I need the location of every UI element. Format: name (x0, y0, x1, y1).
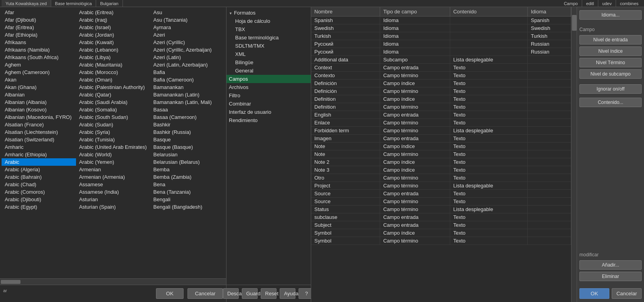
table-row[interactable]: SwedishIdiomaSwedish (311, 24, 571, 32)
lang-item[interactable]: Afar (Eritrea) (2, 24, 76, 31)
lang-item[interactable]: Afrikaans (South Africa) (2, 54, 76, 61)
lang-item[interactable]: Aymara (150, 24, 225, 31)
lang-item[interactable]: Arabic (Libya) (76, 54, 150, 61)
tab-editl[interactable]: editl (582, 0, 598, 7)
tab-campo[interactable]: Campo (560, 0, 582, 7)
lang-item[interactable]: Amharic (Ethiopia) (2, 151, 76, 158)
lang-item[interactable]: Bena (Tanzania) (150, 188, 225, 196)
table-row[interactable]: SymbolCampo términoTexto (311, 237, 571, 245)
lang-item[interactable]: Asturian (Spain) (76, 203, 150, 211)
lang-item[interactable]: Bemba (150, 166, 225, 173)
lang-item[interactable]: Basque (150, 136, 225, 143)
lang-item[interactable]: Arabic (Palestinian Authority) (76, 83, 150, 91)
lang-item[interactable]: Arabic (Lebanon) (76, 46, 150, 54)
table-row[interactable]: StatusCampo términoLista desplegable (311, 206, 571, 213)
lang-item[interactable]: Arabic (Iraq) (76, 16, 150, 24)
lang-item[interactable]: Arabic (Tunisia) (76, 136, 150, 143)
lang-item[interactable]: Afrikaans (Namibia) (2, 46, 76, 54)
format-item[interactable]: Hoja de cálculo (226, 17, 311, 25)
table-row[interactable]: subclauseCampo entradaTexto (311, 213, 571, 221)
lang-item[interactable]: Albanian (Kosovo) (2, 106, 76, 113)
lang-item[interactable]: Arabic (Yemen) (76, 158, 150, 166)
table-row[interactable]: SpanishIdiomaSpanish (311, 17, 571, 24)
nivel-termino-button[interactable]: Nivel Término (579, 58, 642, 67)
lang-item[interactable]: Azeri (Latin) (150, 54, 225, 61)
format-item[interactable]: Rendimiento (226, 116, 311, 124)
table-row[interactable]: DefiniciónCampo términoTexto (311, 87, 571, 95)
lang-item[interactable]: Bafia (Cameroon) (150, 76, 225, 83)
format-btn-ayuda[interactable]: Ayuda (280, 288, 295, 299)
table-row[interactable]: SymbolCampo índiceTexto (311, 229, 571, 237)
lang-item[interactable]: Bashkir (Russia) (150, 128, 225, 136)
lang-item[interactable]: Alsatian (Switzerland) (2, 136, 76, 143)
table-row[interactable]: DefinitionCampo términoTexto (311, 103, 571, 111)
lang-item[interactable]: Albanian (2, 91, 76, 98)
format-btn-reset[interactable]: Reset (261, 288, 277, 299)
horizontal-scrollbar[interactable] (0, 278, 226, 285)
right-ok-button[interactable]: OK (579, 288, 609, 299)
lang-item[interactable]: Bengali (150, 196, 225, 203)
lang-item[interactable]: Belarusian (150, 151, 225, 158)
table-row[interactable]: РусскийIdiomaRussian (311, 40, 571, 48)
lang-item[interactable]: Bamanankan (Latin) (150, 91, 225, 98)
lang-item[interactable]: Arabic (Kuwait) (76, 39, 150, 46)
table-row[interactable]: Note 3Campo índiceTexto (311, 166, 571, 174)
lang-item[interactable]: Arabic (Djibouti) (2, 196, 76, 203)
lang-item[interactable]: Basque (Basque) (150, 143, 225, 151)
lang-item[interactable]: Alsatian (France) (2, 121, 76, 128)
lang-item[interactable]: Assamese (76, 181, 150, 188)
format-item[interactable]: Bilingüe (226, 58, 311, 67)
table-row[interactable]: EnglishCampo entradaTexto (311, 111, 571, 119)
lang-item[interactable]: Arabic (Oman) (76, 76, 150, 83)
lang-item[interactable]: Arabic (Israel) (76, 24, 150, 31)
lang-item[interactable]: Arabic (Syria) (76, 128, 150, 136)
lang-item[interactable]: Asu (Tanzania) (150, 16, 225, 24)
lang-ok-button[interactable]: OK (156, 288, 184, 299)
lang-item[interactable]: Arabic (Saudi Arabia) (76, 98, 150, 106)
lang-item[interactable]: Asu (150, 9, 225, 16)
lang-item[interactable]: Azeri (Cyrillic) (150, 39, 225, 46)
lang-item[interactable]: Arabic (Egypt) (2, 203, 76, 211)
lang-item[interactable]: Armenian (76, 166, 150, 173)
vertical-scrollbar[interactable] (571, 7, 577, 302)
lang-item[interactable]: Bamanankan (Latin, Mali) (150, 98, 225, 106)
lang-item[interactable]: Assamese (India) (76, 188, 150, 196)
table-row[interactable]: РусскийIdiomaRussian (311, 48, 571, 56)
lang-item[interactable]: Bena (150, 181, 225, 188)
table-row[interactable]: ImagenCampo entradaTexto (311, 135, 571, 143)
lang-cancel-button[interactable]: Cancelar (187, 288, 223, 299)
lang-item[interactable]: Bamanankan (150, 83, 225, 91)
nivel-indice-button[interactable]: Nivel índice (579, 46, 642, 56)
lang-item[interactable]: Afar (2, 9, 76, 16)
lang-item[interactable]: Arabic (United Arab Emirates) (76, 143, 150, 151)
format-list[interactable]: Formatos Hoja de cálculoTBXBase terminol… (226, 7, 311, 285)
lang-item[interactable]: Akan (Ghana) (2, 83, 76, 91)
lang-item[interactable]: Aghem (Cameroon) (2, 69, 76, 76)
lang-item[interactable]: Albanian (Macedonia, FYRO) (2, 113, 76, 121)
lang-item[interactable]: Bengali (Bangladesh) (150, 203, 225, 211)
lang-item[interactable]: Azeri (Latin, Azerbaijan) (150, 61, 225, 69)
format-item[interactable]: Campos (226, 75, 311, 83)
format-item[interactable]: Base terminológica (226, 33, 311, 42)
lang-item[interactable]: Afar (Djibouti) (2, 16, 76, 24)
lang-item[interactable]: Arabic (Algeria) (2, 166, 76, 173)
lang-item[interactable]: Belarusian (Belarus) (150, 158, 225, 166)
lang-item[interactable]: Armenian (Armenia) (76, 173, 150, 181)
lang-item[interactable]: Akan (2, 76, 76, 83)
lang-item[interactable]: Afrikaans (2, 39, 76, 46)
idioma-button[interactable]: Idioma... (579, 10, 642, 20)
lang-item[interactable]: Alsatian (Liechtenstein) (2, 128, 76, 136)
tab-bulgarian[interactable]: Bulgarian (96, 0, 122, 7)
table-row[interactable]: SubjectCampo entradaTexto (311, 221, 571, 229)
lang-item[interactable]: Arabic (Comoros) (2, 188, 76, 196)
lang-item[interactable]: Aghem (2, 61, 76, 69)
lang-item[interactable]: Azeri (150, 31, 225, 39)
lang-item[interactable]: Arabic (Bahrain) (2, 173, 76, 181)
format-btn-descarga[interactable]: Descarga (223, 288, 239, 299)
table-row[interactable]: ContextCampo entradaTexto (311, 64, 571, 72)
table-row[interactable]: ContextoCampo términoTexto (311, 72, 571, 80)
lang-item[interactable]: Bafia (150, 69, 225, 76)
eliminar-button[interactable]: Eliminar (579, 272, 642, 281)
table-row[interactable]: OtroCampo términoTexto (311, 174, 571, 182)
lang-item[interactable]: Arabic (Qatar) (76, 91, 150, 98)
